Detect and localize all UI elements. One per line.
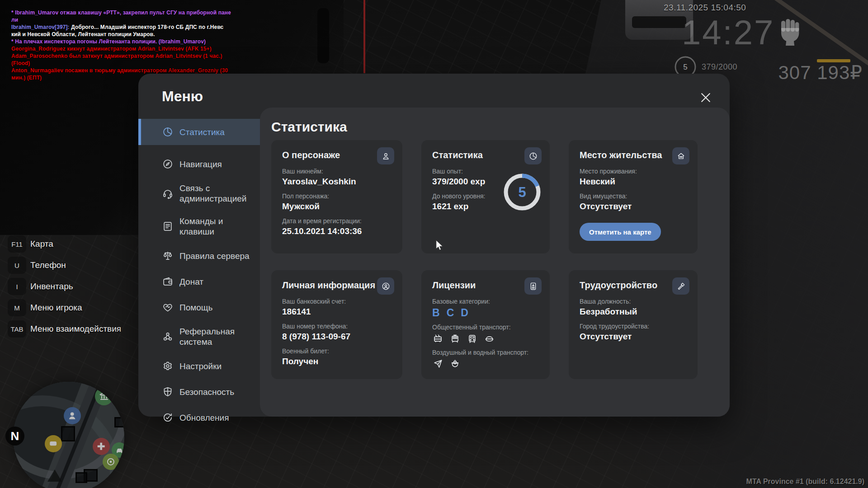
person-icon (381, 151, 391, 161)
license-category: B (432, 307, 440, 319)
field-value: Отсутствует (580, 332, 687, 342)
tram-icon (449, 333, 461, 344)
chat-line: * Ibrahim_Umarov отжав клавишу «РТТ», за… (11, 9, 231, 16)
chat-line: Anton_Nurmagaliev посажен в тюрьму админ… (11, 67, 231, 74)
key-badge: F11 (8, 235, 26, 253)
mark-on-map-button[interactable]: Отметить на карте (580, 223, 661, 241)
wallet-icon (162, 276, 174, 287)
hotkey-label: Меню взаимодействия (30, 324, 121, 334)
pie-chart-icon (162, 126, 174, 138)
referral-icon (162, 331, 174, 343)
field-label: Воздушный и водный транспорт: (432, 349, 539, 356)
shield-icon (162, 386, 174, 398)
chat-log: * Ibrahim_Umarov отжав клавишу «РТТ», за… (11, 9, 231, 81)
sidebar-item[interactable]: Статистика (138, 119, 275, 145)
card-title: Место жительства (580, 150, 687, 160)
hotkey-u: UТелефон (8, 257, 121, 274)
stat-field: Ваш опыт:379/2000 exp (432, 168, 500, 187)
pie-chart-icon (528, 151, 538, 161)
sidebar-item-label: Правила сервера (179, 251, 250, 261)
field-value: Невский (580, 177, 687, 187)
field-label: Город трудоустройства: (580, 323, 687, 330)
hotkey-m: MМеню игрока (8, 299, 121, 316)
license-group: Базовые категории:BCD (432, 298, 539, 319)
minimap-overlay (13, 382, 124, 488)
chat-line: кий и Невской Области, Лейтенант полиции… (11, 31, 231, 38)
chat-line: Georgina_Rodriguez кикнут администраторо… (11, 45, 231, 52)
sidebar-item[interactable]: Навигация (138, 157, 257, 171)
sidebar-item[interactable]: Донат (138, 275, 257, 288)
stat-field: Ваш никнейм:Yaroslav_Koshkin (282, 168, 392, 187)
sidebar-item-label: Команды и клавиши (179, 216, 250, 237)
stats-cards: О персонажеВаш никнейм:Yaroslav_KoshkinП… (271, 140, 698, 379)
field-label: До нового уровня: (432, 192, 500, 200)
house-icon (676, 151, 686, 161)
field-label: Ваш опыт: (432, 168, 500, 175)
stat-field: Ваша должность:Безработный (580, 298, 687, 317)
sidebar-item-label: Реферальная система (179, 326, 250, 347)
field-label: Базовые категории: (432, 298, 539, 305)
chat-line: Adam_Parosochenko был заткнут администра… (11, 52, 231, 60)
menu-sidebar: СтатистикаНавигацияСвязь с администрацие… (138, 119, 257, 424)
card-badge (524, 147, 542, 164)
sidebar-item[interactable]: Команды и клавиши (138, 216, 257, 237)
field-value: 8 (978) 113-09-67 (282, 332, 392, 342)
field-label: Общественный транспорт: (432, 324, 539, 331)
menu-window: Меню СтатистикаНавигацияСвязь с админист… (138, 74, 730, 417)
sidebar-item[interactable]: Безопасность (138, 385, 257, 399)
card-about: О персонажеВаш никнейм:Yaroslav_KoshkinП… (271, 140, 402, 253)
stat-field: Ваш номер телефона:8 (978) 113-09-67 (282, 323, 392, 342)
hotkey-label: Карта (30, 239, 53, 249)
field-value: 379/2000 exp (432, 177, 500, 187)
card-residence: Место жительстваМесто проживания:Невский… (569, 140, 698, 253)
headset-icon (162, 188, 174, 199)
close-button[interactable] (699, 91, 712, 104)
field-value: 25.10.2021 14:03:36 (282, 226, 392, 236)
card-badge (672, 277, 689, 295)
stat-field: Вид имущества:Отсутствует (580, 192, 687, 211)
key-badge: I (8, 278, 26, 295)
compass-north-badge: N (5, 427, 24, 446)
commands-icon (162, 221, 174, 232)
hotkey-i: IИнвентарь (8, 278, 121, 295)
key-badge: M (8, 299, 26, 316)
trolleybus-icon (432, 333, 443, 344)
stat-field: Дата и время регистрации:25.10.2021 14:0… (282, 217, 392, 236)
field-label: Ваш номер телефона: (282, 323, 392, 330)
field-value: Получен (282, 357, 392, 366)
chat-line: (Flood) (11, 60, 231, 67)
captain-cap-icon (484, 333, 495, 344)
field-label: Вид имущества: (580, 192, 687, 200)
card-personal: Личная информацияВаш банковский счет:186… (271, 270, 402, 379)
build-info: MTA Province #1 (build: 6.12421.9) (746, 478, 864, 486)
field-label: Ваш банковский счет: (282, 298, 392, 305)
license-icon (528, 282, 538, 291)
license-group: Воздушный и водный транспорт: (432, 349, 539, 370)
stat-field: До нового уровня:1621 exp (432, 192, 500, 211)
stat-field: Военный билет:Получен (282, 347, 392, 366)
scales-icon (162, 250, 174, 262)
card-badge (524, 277, 542, 295)
compass-icon (162, 158, 174, 170)
hotkey-tab: TABМеню взаимодействия (8, 320, 121, 338)
field-value: Безработный (580, 307, 687, 317)
sidebar-item[interactable]: Правила сервера (138, 249, 257, 263)
chat-line: * На плечах инспектора погоны Лейтенанта… (11, 38, 231, 45)
sidebar-item-label: Связь с администрацией (179, 183, 250, 204)
license-category: D (461, 307, 468, 319)
ship-icon (449, 358, 461, 370)
field-label: Военный билет: (282, 347, 392, 355)
sidebar-item[interactable]: Обновления (138, 411, 257, 424)
section-heading: Статистика (271, 119, 347, 135)
card-badge (377, 277, 394, 295)
pedestrian-silhouette (317, 8, 329, 63)
menu-title: Меню (162, 88, 203, 105)
red-pole (363, 0, 365, 73)
sidebar-item[interactable]: Настройки (138, 359, 257, 373)
license-category: C (447, 307, 454, 319)
sidebar-item[interactable]: Реферальная система (138, 326, 257, 347)
sidebar-item[interactable]: Связь с администрацией (138, 183, 257, 204)
hammer-icon (676, 282, 686, 291)
sidebar-item[interactable]: Помощь (138, 300, 257, 314)
card-badge (672, 147, 689, 164)
